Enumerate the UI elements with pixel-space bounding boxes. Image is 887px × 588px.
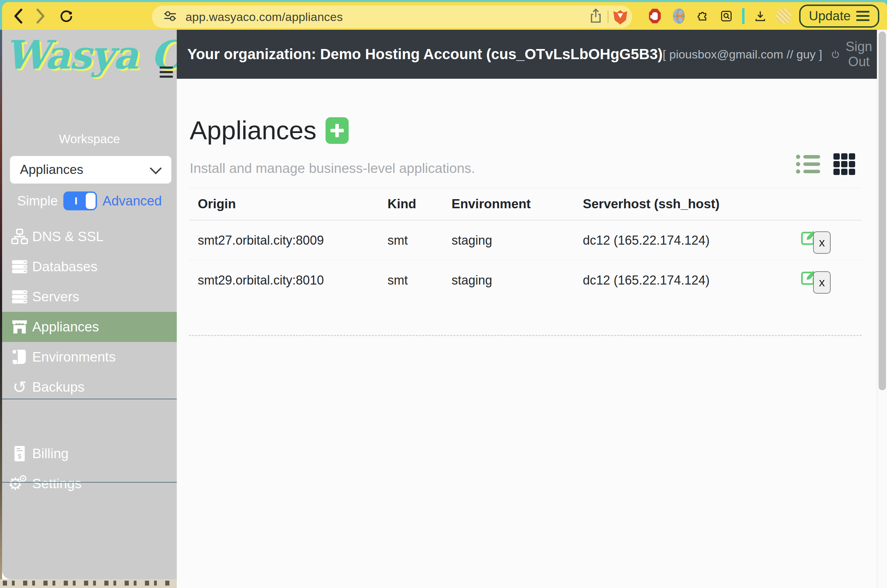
delete-appliance-button[interactable]: x — [813, 231, 831, 254]
power-icon — [831, 48, 839, 61]
sidebar-item-label: Billing — [32, 446, 69, 461]
url-bar[interactable]: app.wasyaco.com/appliances — [152, 6, 632, 28]
org-header: Your organization: Demo Hosting Account … — [177, 30, 877, 79]
sidebar-item-label: Environments — [32, 349, 116, 365]
gears-icon: ⚙⚙ — [11, 475, 29, 492]
brave-shield-icon[interactable] — [613, 9, 627, 24]
delete-appliance-button[interactable]: x — [813, 271, 831, 294]
advanced-label: Advanced — [102, 194, 162, 208]
view-toggles — [794, 153, 857, 176]
section-divider — [189, 335, 862, 336]
reload-button[interactable] — [57, 7, 75, 25]
sidebar-item-databases[interactable]: Databases — [2, 252, 177, 282]
signout-button[interactable]: Sign Out — [829, 39, 877, 70]
mode-toggle-row: Simple I Advanced — [2, 192, 177, 210]
urlbar-divider — [608, 10, 608, 23]
toggle-knob-label: I — [75, 195, 77, 207]
column-header-environment: Environment — [452, 197, 583, 212]
url-text: app.wasyaco.com/appliances — [186, 10, 343, 24]
update-label: Update — [809, 9, 851, 24]
sidebar-item-appliances[interactable]: Appliances — [2, 312, 177, 342]
column-header-serverhost: Serverhost (ssh_host) — [583, 197, 789, 212]
cell-serverhost: dc12 (165.22.174.124) — [583, 273, 789, 288]
table-row: smt29.orbital.city:8010 smt staging dc12… — [189, 260, 862, 300]
sidebar-menu-icon[interactable] — [158, 66, 175, 78]
page-subtitle: Install and manage business-level applic… — [190, 160, 475, 176]
sidebar-item-billing[interactable]: $ Billing — [2, 438, 177, 469]
background-page-texture — [0, 579, 177, 588]
cell-origin: smt29.orbital.city:8010 — [189, 273, 387, 288]
adblock-extension-icon[interactable] — [647, 8, 663, 24]
downloads-icon[interactable] — [752, 8, 768, 24]
share-icon[interactable] — [589, 8, 603, 25]
svg-text:$: $ — [18, 453, 22, 460]
sidebar-item-backups[interactable]: ↺ Backups — [2, 372, 177, 402]
browser-update-button[interactable]: Update — [799, 4, 879, 28]
cell-environment: staging — [452, 233, 583, 248]
forward-icon — [38, 9, 44, 22]
column-header-kind: Kind — [387, 197, 452, 212]
user-identity: [ piousbox@gmail.com // guy ] — [663, 48, 822, 61]
table-header-row: Origin Kind Environment Serverhost (ssh_… — [189, 188, 862, 220]
browser-toolbar: app.wasyaco.com/appliances — [2, 2, 887, 30]
simple-label: Simple — [17, 194, 58, 208]
workspace-select-value: Appliances — [10, 162, 152, 177]
toggle-knob — [86, 193, 96, 209]
network-icon — [11, 228, 29, 245]
history-icon: ↺ — [11, 379, 29, 396]
wasyaco-logo: Wasya Co — [5, 32, 177, 78]
list-view-icon[interactable] — [794, 154, 822, 174]
main-content: Appliances Install and manage business-l… — [177, 79, 877, 588]
sidebar-divider — [2, 482, 177, 483]
page-title: Appliances — [190, 116, 317, 145]
card-search-extension-icon[interactable] — [718, 8, 734, 24]
add-appliance-button[interactable] — [326, 117, 349, 144]
workspace-select[interactable]: Appliances — [10, 156, 171, 184]
sidebar: Wasya Co Workspace Appliances Simple I A… — [2, 30, 177, 579]
grid-view-icon[interactable] — [831, 153, 857, 176]
sidebar-secondary-nav: $ Billing ⚙⚙ Settings — [2, 438, 177, 499]
storefront-icon — [11, 318, 29, 336]
scrollbar-thumb[interactable] — [879, 32, 886, 390]
sidebar-item-label: Appliances — [32, 319, 99, 334]
profile-avatar-icon[interactable] — [776, 8, 791, 24]
cell-kind: smt — [387, 233, 452, 248]
cell-environment: staging — [452, 273, 583, 288]
back-button[interactable] — [10, 7, 28, 25]
sidebar-item-label: Settings — [32, 476, 81, 491]
sidebar-item-dns-ssl[interactable]: DNS & SSL — [2, 222, 177, 252]
signout-label: Sign Out — [843, 39, 875, 69]
screen: app.wasyaco.com/appliances — [0, 0, 887, 588]
sidebar-item-label: Backups — [32, 380, 85, 395]
column-header-origin: Origin — [189, 197, 387, 212]
site-settings-icon[interactable] — [162, 9, 178, 24]
back-icon — [15, 9, 21, 22]
sidebar-item-label: DNS & SSL — [32, 229, 104, 244]
server-icon — [11, 288, 29, 306]
workspace-label: Workspace — [2, 132, 177, 146]
simple-advanced-toggle[interactable]: I — [63, 192, 97, 210]
table-row: smt27.orbital.city:8009 smt staging dc12… — [189, 220, 862, 260]
extensions-puzzle-icon[interactable] — [695, 8, 711, 24]
sidebar-nav: DNS & SSL Databases — [2, 222, 177, 402]
reload-icon — [59, 7, 73, 25]
sidebar-item-label: Servers — [32, 289, 79, 304]
scroll-icon — [11, 348, 29, 366]
database-icon — [11, 258, 29, 276]
invoice-icon: $ — [11, 445, 29, 462]
sidebar-item-label: Databases — [32, 259, 97, 274]
forward-button[interactable] — [31, 7, 49, 25]
sidebar-item-environments[interactable]: Environments — [2, 342, 177, 372]
sidebar-divider — [2, 399, 177, 399]
cell-serverhost: dc12 (165.22.174.124) — [583, 233, 789, 248]
globe-extension-icon[interactable] — [671, 8, 687, 24]
org-title: Your organization: Demo Hosting Account … — [187, 46, 663, 63]
browser-menu-icon — [856, 11, 869, 21]
cell-origin: smt27.orbital.city:8009 — [189, 233, 387, 248]
chevron-down-icon — [150, 162, 162, 174]
scrollbar-track[interactable] — [877, 30, 887, 588]
appliances-table: Origin Kind Environment Serverhost (ssh_… — [189, 188, 862, 300]
sidebar-item-settings[interactable]: ⚙⚙ Settings — [2, 469, 177, 499]
sidebar-item-servers[interactable]: Servers — [2, 282, 177, 312]
tab-search-divider — [742, 8, 744, 24]
